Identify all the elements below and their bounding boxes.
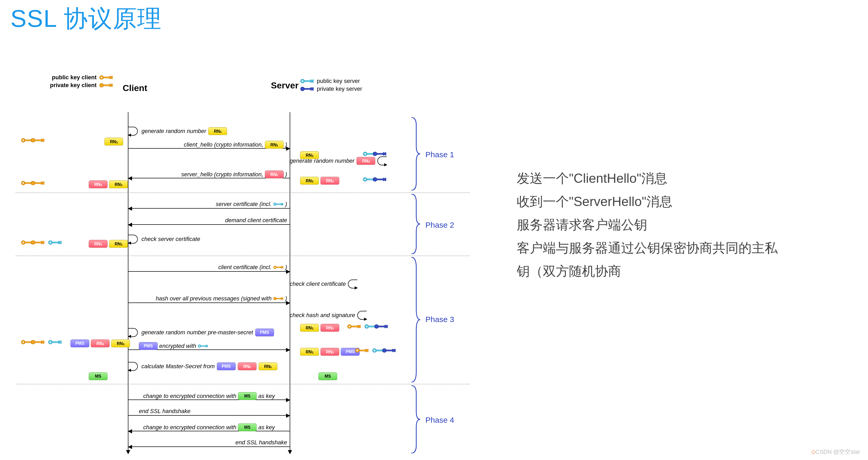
phase-4-label: Phase 4 <box>425 416 454 425</box>
key-orange-open-icon <box>99 75 113 80</box>
phase-3-label: Phase 3 <box>425 315 454 324</box>
phase-divider-1 <box>16 192 470 193</box>
client-state-p2-rn: RN₂RN₁ <box>89 240 128 248</box>
explanation-text: 发送一个"ClientHello"消息 收到一个"ServerHello"消息 … <box>517 167 856 283</box>
phase-divider-2 <box>16 256 470 256</box>
server-key-legend: public key server private key server <box>300 77 362 93</box>
watermark: ◇CSDN @空空star <box>811 448 860 456</box>
step-generate-pms: generate random number pre-master-secret… <box>128 328 274 337</box>
step-check-client-cert: check client certificate <box>290 280 359 288</box>
server-lifeline-label: Server <box>271 80 299 91</box>
phase-divider-3 <box>16 384 470 384</box>
server-state-keys2 <box>363 177 387 182</box>
client-state-p3 <box>21 339 62 345</box>
explain-line-1: 发送一个"ClientHello"消息 <box>517 167 856 190</box>
step-check-server-cert: check server certificate <box>128 235 200 243</box>
client-ms-badge: MS <box>89 372 107 380</box>
server-state-p3a: RN₁RN₂ <box>300 324 339 332</box>
step-check-hash: check hash and signature <box>290 311 368 320</box>
client-key-legend: public key client private key client <box>50 73 113 90</box>
explain-line-3: 服务器请求客户端公钥 <box>517 213 856 236</box>
brace-phase-4 <box>410 386 420 455</box>
slide-title: SSL 协议原理 <box>10 3 162 35</box>
msg-pms-encrypted: PMSencrypted with <box>128 350 290 350</box>
client-state-p2 <box>21 240 62 245</box>
server-ms-badge: MS <box>318 372 337 380</box>
watermark-icon: ◇ <box>811 449 815 455</box>
msg-server-hello: server_hello (crypto information,RN₂) <box>128 178 290 178</box>
msg-change-enc-1: change to encrypted connection withMSas … <box>128 399 290 400</box>
msg-end-ssl-2: end SSL handshake <box>128 447 290 447</box>
rn2-badge: RN₂ <box>265 170 284 178</box>
explain-line-4: 客户端与服务器通过公钥保密协商共同的主私 <box>517 236 856 260</box>
rn1-badge: RN₁ <box>265 141 284 149</box>
msg-demand-client-cert: demand client certificate <box>128 224 290 225</box>
server-state-rn1: RN₁ <box>300 151 319 159</box>
msg-end-ssl-1: end SSL handshake <box>128 415 290 416</box>
msg-client-hello: client_hello (crypto information,RN₁) <box>128 148 290 149</box>
step-calc-ms: calculate Master-Secret fromPMSRN₂RN₁ <box>128 362 277 371</box>
msg-hash-signed: hash over all previous messages (signed … <box>128 302 290 303</box>
private-key-server-label: private key server <box>317 86 362 92</box>
key-cyan-open-icon <box>300 78 314 84</box>
key-navy-full-icon <box>300 86 314 92</box>
server-state-keys <box>363 151 387 157</box>
client-lifeline-label: Client <box>123 83 147 93</box>
server-state-p3b: RN₁RN₂PMS <box>300 348 360 356</box>
brace-phase-2 <box>410 194 420 256</box>
client-lifeline <box>128 112 128 454</box>
msg-client-certificate: client certificate (incl.) <box>128 271 290 272</box>
rn1-badge: RN₁ <box>208 127 227 135</box>
key-orange-full-icon <box>99 83 113 88</box>
public-key-server-label: public key server <box>317 78 360 85</box>
pms-badge: PMS <box>139 342 158 350</box>
step-generate-rn1: generate random numberRN₁ <box>128 127 227 136</box>
phase-1-label: Phase 1 <box>425 150 454 159</box>
server-state-rn1-rn2: RN₁RN₂ <box>300 177 339 185</box>
phase-2-label: Phase 2 <box>425 221 454 229</box>
brace-phase-1 <box>410 117 420 192</box>
client-state-rn1: RN₁ <box>104 138 123 145</box>
client-state-rn1-rn2: RN₂RN₁ <box>89 180 128 188</box>
brace-phase-3 <box>410 257 420 384</box>
pms-badge: PMS <box>255 329 274 336</box>
msg-change-enc-2: change to encrypted connection withMSas … <box>128 431 290 431</box>
explain-line-2: 收到一个"ServerHello"消息 <box>517 190 856 213</box>
msg-server-certificate: server certificate (incl.) <box>128 208 290 209</box>
rn2-badge: RN₂ <box>356 157 375 165</box>
client-state-keys2 <box>21 180 45 186</box>
explain-line-5: 钥（双方随机协商 <box>517 260 856 283</box>
private-key-client-label: private key client <box>50 82 97 89</box>
public-key-client-label: public key client <box>50 74 97 81</box>
client-state-keys <box>21 138 45 143</box>
